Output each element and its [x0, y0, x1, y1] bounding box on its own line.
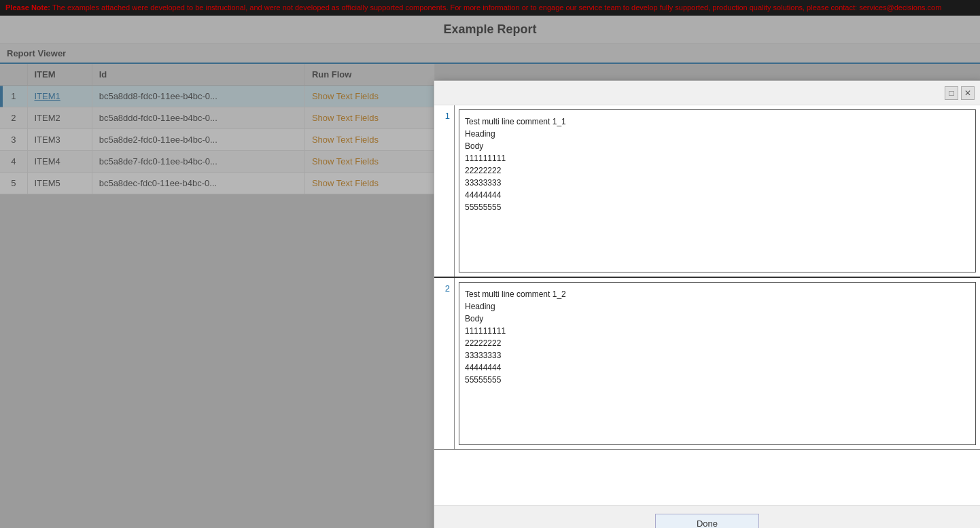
entry-text-content: Test multi line comment 1_2 Heading Body…	[459, 282, 976, 445]
entry-number: 2	[434, 278, 455, 449]
notice-bar: Please Note: The examples attached were …	[0, 0, 980, 16]
notice-bold: Please Note:	[5, 3, 50, 12]
entry-number: 1	[434, 105, 455, 277]
dialog-title-bar: □ ✕	[434, 81, 980, 105]
dialog-content: 1Test multi line comment 1_1 Heading Bod…	[434, 105, 980, 505]
done-button[interactable]: Done	[655, 514, 759, 528]
dialog-footer: Done	[434, 505, 980, 528]
text-field-entry: 1Test multi line comment 1_1 Heading Bod…	[434, 105, 980, 278]
text-field-entry: 2Test multi line comment 1_2 Heading Bod…	[434, 278, 980, 450]
dialog-close-button[interactable]: ✕	[961, 86, 975, 100]
text-fields-dialog: □ ✕ 1Test multi line comment 1_1 Heading…	[434, 80, 980, 528]
notice-text: The examples attached were developed to …	[52, 3, 941, 12]
entry-text-content: Test multi line comment 1_1 Heading Body…	[459, 109, 976, 272]
app-container: Example Report Report Viewer ITEM Id Run…	[0, 16, 980, 528]
dialog-title-buttons: □ ✕	[945, 86, 975, 100]
dialog-minimize-button[interactable]: □	[945, 86, 958, 100]
